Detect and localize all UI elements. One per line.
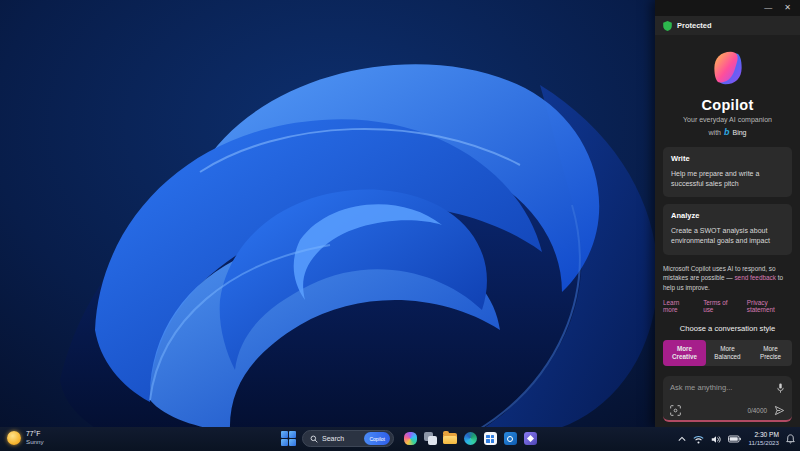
panel-title: Copilot <box>655 97 800 113</box>
style-label: More <box>763 345 777 353</box>
screen: — ✕ Protected Cop <box>0 0 800 451</box>
battery-icon[interactable] <box>728 435 741 443</box>
suggestion-card-analyze[interactable]: Analyze Create a SWOT analysis about env… <box>663 204 792 254</box>
microsoft-store-icon <box>484 432 497 445</box>
with-label: with <box>709 129 721 136</box>
taskbar-app-store[interactable] <box>482 431 498 447</box>
close-button[interactable]: ✕ <box>784 4 791 12</box>
suggestion-card-write[interactable]: Write Help me prepare and write a succes… <box>663 147 792 197</box>
style-option-creative[interactable]: More Creative <box>663 340 706 366</box>
taskbar-app-teams[interactable] <box>522 431 538 447</box>
conversation-style-selector: More Creative More Balanced More Precise <box>663 340 792 366</box>
style-option-precise[interactable]: More Precise <box>749 340 792 366</box>
weather-condition: Sunny <box>26 438 44 445</box>
start-button[interactable] <box>281 431 296 446</box>
taskbar-app-edge[interactable] <box>462 431 478 447</box>
copilot-panel: — ✕ Protected Cop <box>655 0 800 427</box>
chat-input[interactable]: Ask me anything... <box>670 383 732 392</box>
wallpaper-bloom <box>0 0 700 451</box>
search-box[interactable]: Search Copilot <box>302 430 394 447</box>
char-counter: 0/4000 <box>747 407 767 414</box>
style-label: Creative <box>672 353 697 361</box>
windows-logo-icon <box>289 431 296 438</box>
sun-icon <box>7 431 21 445</box>
clock[interactable]: 2:30 PM 11/15/2023 <box>748 431 779 447</box>
search-label: Search <box>322 435 344 442</box>
style-label: More <box>677 345 692 353</box>
copilot-app-icon <box>404 432 417 445</box>
copilot-hero: Copilot Your everyday AI companion with … <box>655 35 800 137</box>
taskbar-apps <box>402 431 538 447</box>
shield-icon <box>663 21 672 31</box>
taskbar-center: Search Copilot <box>281 430 538 447</box>
system-tray: 2:30 PM 11/15/2023 <box>678 429 795 449</box>
style-option-balanced[interactable]: More Balanced <box>706 340 749 366</box>
mic-button[interactable] <box>776 383 785 394</box>
send-button[interactable] <box>774 405 785 416</box>
card-body: Help me prepare and write a successful s… <box>671 169 784 189</box>
tray-date: 11/15/2023 <box>748 439 779 447</box>
tray-overflow-button[interactable] <box>678 436 686 442</box>
weather-temp: 77°F <box>26 430 44 438</box>
chat-composer: Ask me anything... 0/4000 <box>663 376 792 422</box>
conversation-style-heading: Choose a conversation style <box>655 324 800 333</box>
windows-logo-icon <box>281 439 288 446</box>
card-title: Write <box>671 154 784 163</box>
taskbar: 77°F Sunny Search Copilot <box>0 427 800 451</box>
learn-more-link[interactable]: Learn more <box>663 299 692 313</box>
search-icon <box>310 435 318 443</box>
terms-of-use-link[interactable]: Terms of use <box>703 299 736 313</box>
send-feedback-link[interactable]: send feedback <box>734 274 776 281</box>
card-body: Create a SWOT analysis about environment… <box>671 226 784 246</box>
style-label: Balanced <box>714 353 740 361</box>
bing-label: Bing <box>732 129 746 136</box>
taskbar-app-task-view[interactable] <box>422 431 438 447</box>
task-view-icon <box>424 432 437 445</box>
copilot-logo-icon <box>707 48 749 88</box>
copilot-badge-label: Copilot <box>369 436 385 442</box>
windows-logo-icon <box>281 431 288 438</box>
taskbar-app-outlook[interactable] <box>502 431 518 447</box>
style-label: More <box>720 345 734 353</box>
file-explorer-icon <box>443 433 457 444</box>
more-options-button[interactable]: — <box>764 4 772 12</box>
wifi-icon[interactable] <box>693 435 704 444</box>
search-copilot-badge[interactable]: Copilot <box>364 432 390 445</box>
taskbar-app-copilot[interactable] <box>402 431 418 447</box>
bing-attribution: with b Bing <box>655 127 800 137</box>
volume-icon[interactable] <box>711 435 721 444</box>
teams-icon <box>524 432 537 445</box>
weather-widget[interactable]: 77°F Sunny <box>7 430 44 446</box>
edge-icon <box>464 432 477 445</box>
card-title: Analyze <box>671 211 784 220</box>
panel-titlebar: — ✕ <box>655 0 800 16</box>
style-label: Precise <box>760 353 781 361</box>
panel-tagline: Your everyday AI companion <box>655 116 800 123</box>
notification-bell-button[interactable] <box>786 434 795 444</box>
screenshot-button[interactable] <box>670 405 681 416</box>
protected-label: Protected <box>677 21 712 30</box>
protected-badge: Protected <box>655 16 800 35</box>
ai-disclaimer: Microsoft Copilot uses AI to respond, so… <box>663 264 792 293</box>
tray-time: 2:30 PM <box>748 431 779 439</box>
outlook-icon <box>504 432 517 445</box>
privacy-statement-link[interactable]: Privacy statement <box>747 299 792 313</box>
taskbar-app-file-explorer[interactable] <box>442 431 458 447</box>
windows-logo-icon <box>289 439 296 446</box>
bing-icon: b <box>724 127 730 137</box>
legal-links: Learn more Terms of use Privacy statemen… <box>663 299 792 313</box>
